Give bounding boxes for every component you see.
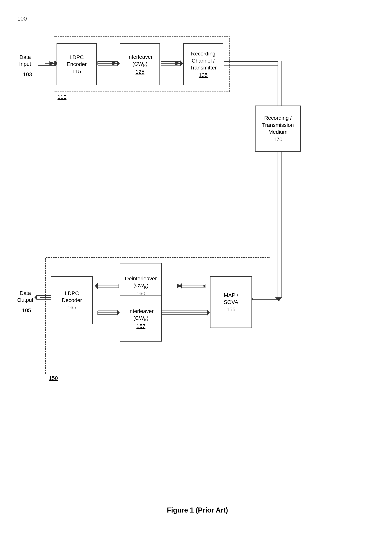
decoder-group-label: 150 <box>49 375 58 381</box>
deinterleaver-label: Deinterleaver (CWK) <box>125 275 157 290</box>
ldpc-encoder-box: LDPC Encoder 115 <box>57 43 97 85</box>
interleaver-157-box: Interleaver (CWK) 157 <box>120 295 162 342</box>
data-output-label: Data Output <box>17 290 33 304</box>
interleaver-125-box: Interleaver (CWK) 125 <box>120 43 160 85</box>
recording-channel-number: 135 <box>199 72 208 78</box>
encoder-group-label: 110 <box>57 94 66 100</box>
diagram-container: 100 <box>15 11 380 520</box>
interleaver-157-label: Interleaver (CWK) <box>128 308 154 322</box>
map-sova-box: MAP / SOVA 155 <box>210 276 252 328</box>
recording-channel-label: Recording Channel / Transmitter <box>190 50 217 71</box>
recording-medium-number: 170 <box>274 136 283 143</box>
ldpc-decoder-number: 165 <box>67 304 76 311</box>
interleaver-125-number: 125 <box>136 69 145 75</box>
ldpc-decoder-box: LDPC Decoder 165 <box>51 276 93 324</box>
ldpc-encoder-number: 115 <box>72 68 81 75</box>
recording-medium-label: Recording / Transmission Medium <box>262 115 294 135</box>
recording-channel-box: Recording Channel / Transmitter 135 <box>183 43 223 85</box>
interleaver-125-label: Interleaver (CWK) <box>127 53 153 68</box>
interleaver-157-number: 157 <box>137 323 146 329</box>
svg-marker-43 <box>34 294 37 300</box>
data-output-number: 105 <box>22 307 31 314</box>
ldpc-encoder-label: LDPC Encoder <box>67 54 87 68</box>
map-sova-label: MAP / SOVA <box>224 292 238 306</box>
diagram-number: 100 <box>17 15 27 22</box>
ldpc-decoder-label: LDPC Decoder <box>62 290 82 304</box>
svg-marker-25 <box>275 297 282 301</box>
data-input-label: Data Input <box>19 54 31 68</box>
data-input-number: 103 <box>23 71 32 78</box>
recording-medium-box: Recording / Transmission Medium 170 <box>255 106 301 152</box>
figure-label: Figure 1 (Prior Art) <box>167 506 228 514</box>
map-sova-number: 155 <box>227 306 236 313</box>
